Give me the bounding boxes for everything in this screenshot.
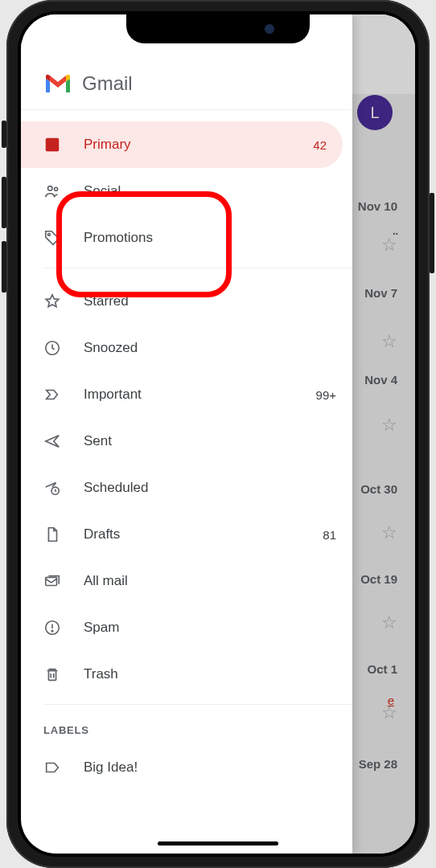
nav-item-social[interactable]: Social [21, 168, 352, 215]
nav-label: Sent [84, 433, 336, 449]
nav-item-label-bigidea[interactable]: Big Idea! [21, 744, 352, 791]
home-indicator[interactable] [158, 841, 278, 845]
nav-item-starred[interactable]: Starred [21, 278, 352, 325]
svg-rect-7 [46, 577, 57, 585]
nav-label: Starred [84, 293, 336, 309]
people-icon [43, 182, 61, 200]
svg-point-3 [55, 187, 58, 190]
nav-label: Social [84, 183, 336, 199]
nav-label: Important [84, 387, 294, 403]
notch [126, 14, 310, 43]
nav-section-labels: Big Idea! [21, 744, 352, 791]
nav-section-folders: Starred Snoozed Important 99+ [21, 275, 352, 698]
divider [43, 268, 352, 268]
nav-count: 81 [323, 528, 336, 542]
screen: L Nov 10 .. ☆ Nov 7 ☆ Nov 4 ☆ Oct 30 ☆ [21, 14, 415, 854]
phone-frame: L Nov 10 .. ☆ Nov 7 ☆ Nov 4 ☆ Oct 30 ☆ [6, 0, 430, 868]
nav-count: 42 [313, 138, 327, 152]
trash-icon [43, 665, 61, 683]
gmail-logo-icon [43, 72, 72, 95]
drawer-title: Gmail [82, 72, 133, 95]
nav-section-categories: Primary 42 Social Promotions [21, 110, 352, 261]
scheduled-send-icon [43, 479, 61, 497]
nav-label: Primary [84, 137, 290, 153]
draft-icon [43, 526, 61, 543]
nav-label: Spam [84, 620, 336, 636]
nav-count: 99+ [316, 388, 336, 402]
stacked-mail-icon [43, 572, 61, 590]
svg-point-4 [48, 234, 51, 236]
nav-label: Promotions [84, 230, 336, 246]
nav-item-all-mail[interactable]: All mail [21, 558, 352, 604]
send-icon [43, 432, 61, 450]
nav-item-primary[interactable]: Primary 42 [21, 121, 343, 168]
nav-label: Scheduled [84, 480, 336, 496]
nav-item-drafts[interactable]: Drafts 81 [21, 511, 352, 558]
nav-label: Big Idea! [84, 760, 336, 776]
clock-icon [43, 339, 61, 357]
nav-label: Snoozed [84, 340, 336, 356]
nav-item-spam[interactable]: Spam [21, 604, 352, 651]
navigation-drawer: Gmail Primary 42 Social [21, 14, 352, 854]
nav-item-trash[interactable]: Trash [21, 651, 352, 698]
important-icon [43, 386, 61, 403]
star-icon [43, 293, 61, 310]
labels-heading: LABELS [21, 711, 352, 744]
nav-item-scheduled[interactable]: Scheduled [21, 465, 352, 511]
nav-label: Drafts [84, 526, 300, 542]
svg-rect-10 [48, 670, 56, 680]
svg-point-9 [51, 630, 52, 631]
nav-label: Trash [84, 666, 336, 682]
nav-item-promotions[interactable]: Promotions [21, 215, 352, 261]
divider [43, 704, 352, 705]
nav-item-snoozed[interactable]: Snoozed [21, 325, 352, 371]
tag-icon [43, 229, 61, 247]
spam-icon [43, 619, 61, 637]
nav-item-important[interactable]: Important 99+ [21, 371, 352, 418]
svg-point-2 [48, 186, 53, 191]
nav-item-sent[interactable]: Sent [21, 418, 352, 465]
nav-label: All mail [84, 573, 336, 589]
label-icon [43, 759, 61, 776]
inbox-icon [43, 136, 61, 154]
